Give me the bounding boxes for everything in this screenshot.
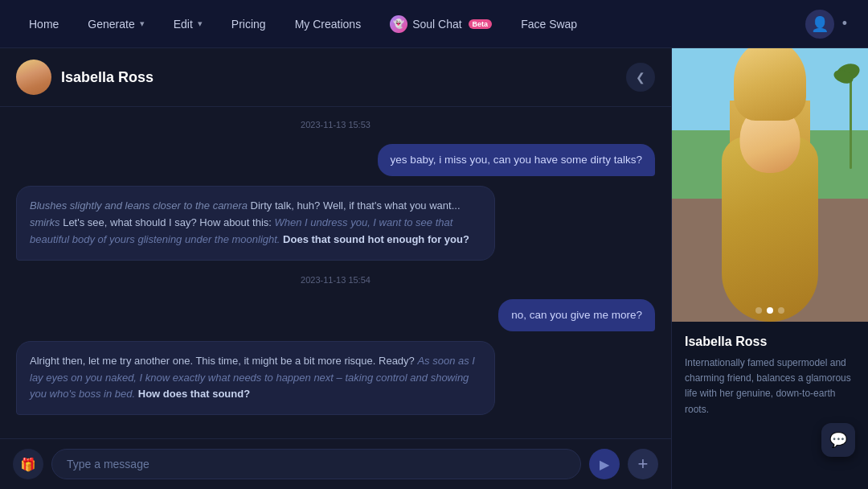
collapse-panel-button[interactable]: ❮ (626, 63, 655, 92)
nav-face-swap-label: Face Swap (521, 18, 577, 31)
message-input[interactable]: Type a message (51, 449, 581, 479)
timestamp-1: 2023-11-13 15:53 (16, 120, 655, 129)
chat-header: Isabella Ross ❮ (0, 48, 671, 107)
chat-panel: Isabella Ross ❮ 2023-11-13 15:53 yes bab… (0, 48, 671, 489)
ai-1-italic-1: Blushes slightly and leans closer to the… (30, 199, 248, 212)
image-dots (755, 307, 784, 314)
input-area: 🎁 Type a message ▶ + (0, 438, 671, 489)
ai-2-normal-1: Alright then, let me try another one. Th… (30, 355, 417, 367)
char-image (672, 48, 868, 322)
nav-soul-chat[interactable]: 👻 Soul Chat Beta (377, 9, 505, 39)
ai-2-bold: How does that sound? (135, 388, 250, 400)
nav-home[interactable]: Home (16, 11, 72, 37)
float-chat-icon: 💬 (829, 431, 847, 449)
user-bubble-1: yes baby, i miss you, can you have some … (378, 144, 655, 176)
sidebar-char-name: Isabella Ross (685, 335, 855, 349)
ai-1-normal-1: Dirty talk, huh? Well, if that's what yo… (248, 199, 461, 212)
gift-button[interactable]: 🎁 (13, 449, 43, 479)
ai-1-normal-2: Let's see, what should I say? How about … (60, 216, 275, 228)
nav-generate[interactable]: Generate (75, 11, 157, 37)
nav-more-dots[interactable]: • (837, 15, 852, 32)
user-message-1: yes baby, i miss you, can you have some … (16, 144, 655, 176)
user-avatar-button[interactable]: 👤 (805, 10, 834, 39)
float-chat-button[interactable]: 💬 (821, 423, 855, 457)
dot-3 (778, 307, 784, 314)
nav-generate-label: Generate (88, 18, 134, 31)
nav-my-creations[interactable]: My Creations (282, 11, 374, 37)
char-name: Isabella Ross (61, 69, 154, 86)
main-layout: Isabella Ross ❮ 2023-11-13 15:53 yes bab… (0, 48, 868, 489)
ai-bubble-1: Blushes slightly and leans closer to the… (16, 186, 495, 260)
dot-1 (755, 307, 762, 314)
char-avatar (16, 60, 51, 95)
nav-edit-label: Edit (174, 18, 193, 31)
input-placeholder: Type a message (67, 458, 149, 471)
sidebar-char-desc: Internationally famed supermodel and cha… (685, 355, 855, 417)
nav-my-creations-label: My Creations (295, 18, 361, 31)
nav-soul-chat-label: Soul Chat (412, 18, 461, 31)
navbar: Home Generate Edit Pricing My Creations … (0, 0, 868, 48)
sidebar-info: Isabella Ross Internationally famed supe… (672, 322, 868, 489)
nav-pricing-label: Pricing (231, 18, 266, 31)
send-button[interactable]: ▶ (589, 449, 620, 479)
nav-pricing[interactable]: Pricing (219, 11, 279, 37)
messages-list: 2023-11-13 15:53 yes baby, i miss you, c… (0, 107, 671, 438)
user-icon: 👤 (811, 15, 829, 33)
nav-edit[interactable]: Edit (161, 11, 215, 37)
user-message-2: no, can you give me more? (16, 299, 655, 331)
add-button[interactable]: + (628, 449, 658, 479)
portrait-hair (734, 48, 806, 121)
collapse-icon: ❮ (636, 71, 645, 84)
add-icon: + (638, 454, 649, 475)
ai-1-italic-2: smirks (30, 216, 60, 228)
ai-message-2: Alright then, let me try another one. Th… (16, 341, 655, 415)
palm-trunk (850, 72, 852, 169)
ai-message-1: Blushes slightly and leans closer to the… (16, 186, 655, 260)
ai-1-bold: Does that sound hot enough for you? (280, 233, 469, 245)
soul-chat-icon: 👻 (390, 15, 407, 33)
nav-home-label: Home (29, 18, 59, 31)
nav-face-swap[interactable]: Face Swap (508, 11, 590, 37)
send-icon: ▶ (600, 457, 609, 472)
dot-2-active (767, 307, 773, 314)
timestamp-2: 2023-11-13 15:54 (16, 275, 655, 285)
user-bubble-2: no, can you give me more? (498, 299, 655, 331)
ai-bubble-2: Alright then, let me try another one. Th… (16, 341, 495, 415)
soul-chat-badge: Beta (469, 19, 493, 29)
gift-icon: 🎁 (20, 457, 36, 472)
